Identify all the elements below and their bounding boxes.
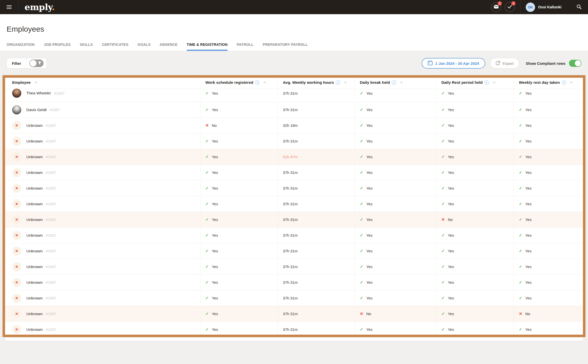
app-logo[interactable]: emply. [25,2,55,12]
value-cell: 32h 18m [278,118,355,133]
value-cell: ✓Yes [436,275,514,290]
value-cell: ✓Yes [436,180,514,196]
toggle-knob [575,60,581,66]
info-icon[interactable]: i [392,80,396,85]
employee-name: Unknown [26,296,43,300]
hamburger-menu-button[interactable] [0,0,18,14]
table-row[interactable]: ✕Unknown#1007✓Yes37h 31m✓Yes✓Yes✓Yes [5,259,583,275]
value-label: Yes [212,233,218,237]
sort-up-icon[interactable] [263,82,266,83]
value-cell: ✓Yes [514,275,583,290]
table-row[interactable]: ✕Unknown#1007✓Yes37h 31m✓Yes✓Yes✓Yes [5,165,583,180]
tab-skills[interactable]: Skills [80,43,93,51]
tab-preparatory-payroll[interactable]: Preparatory Payroll [263,43,308,51]
value-label: Yes [212,108,218,112]
sort-up-icon[interactable] [570,82,573,83]
tasks-button[interactable]: 1 [505,2,515,12]
employee-id: #1007 [46,139,56,143]
table-row[interactable]: Davis Geidt#1007✓Yes37h 31m✓Yes✓Yes✓Yes [5,102,583,118]
date-range-button[interactable]: 1 Jan 2024 - 30 Apr 2024 [422,58,485,69]
date-range-label: 1 Jan 2024 - 30 Apr 2024 [435,61,479,66]
value-label: Yes [212,280,218,285]
x-icon: ✕ [205,123,209,128]
value-label: Yes [366,170,372,175]
sort-up-icon[interactable] [400,82,403,83]
table-row[interactable]: Thea Wheeler#1007✓Yes37h 31m✓Yes✓Yes✓Yes [5,89,583,102]
check-icon: ✓ [519,249,522,253]
x-icon: ✕ [441,217,445,222]
search-button[interactable] [577,4,581,10]
tab-label: Payroll [237,43,254,47]
table-row[interactable]: ✕Unknown#1007✓Yes37h 31m✓Yes✓Yes✓Yes [5,243,583,259]
filter-funnel-icon [38,61,42,66]
messages-button[interactable]: 1 [491,2,501,12]
table-row[interactable]: ✕Unknown#1007✓Yes37h 31m✓Yes✓Yes✓Yes [5,275,583,290]
filter-control[interactable]: Filter [7,58,47,69]
tab-payroll[interactable]: Payroll [237,43,254,51]
table-row[interactable]: ✕Unknown#1007✓Yes37h 31m✓Yes✓Yes✓Yes [5,196,583,212]
value-cell: ✓Yes [514,180,583,196]
check-icon: ✓ [360,327,363,332]
value-label: Yes [366,249,372,253]
tab-organization[interactable]: Organization [7,43,35,51]
check-icon: ✓ [360,249,363,253]
unknown-avatar-x-icon: ✕ [12,278,21,287]
export-button[interactable]: Export [490,58,519,69]
filter-label: Filter [7,61,26,66]
info-icon[interactable]: i [484,80,489,85]
tab-time-registration[interactable]: Time & Registration [187,43,228,51]
show-compliant-rows-toggle[interactable] [569,60,581,67]
employee-cell: ✕Unknown#1007 [5,322,200,337]
value-label: Yes [448,139,454,143]
value-cell: ✓Yes [436,87,514,99]
tab-certificates[interactable]: Certificates [102,43,128,51]
table-row[interactable]: ✕Unknown#1007✓Yes37h 31m✓Yes✓Yes✓Yes [5,133,583,149]
table-row[interactable]: ✕Unknown#1007✓Yes37h 31m✓Yes✓Yes✓Yes [5,322,583,337]
value-cell: ✓Yes [514,212,583,227]
employee-cell: ✕Unknown#1007 [5,212,200,227]
user-name[interactable]: Ossi Kallunki [538,5,561,9]
value-label: Yes [525,296,531,300]
check-icon: ✓ [360,217,363,222]
check-icon: ✓ [205,139,209,144]
check-icon: ✓ [360,170,363,175]
employee-id: #1007 [46,217,56,222]
filter-toggle[interactable] [29,59,44,67]
table-row[interactable]: ✕Unknown#1007✓Yes37h 31m✓Yes✓Yes✓Yes [5,290,583,306]
value-label: 37h 31m [283,91,298,95]
sort-up-icon[interactable] [34,82,37,83]
check-icon: ✓ [205,249,209,253]
column-label: Work schedule registered [205,80,253,85]
tab-label: Time & Registration [187,43,228,47]
tab-goals[interactable]: Goals [138,43,150,51]
tab-job-profiles[interactable]: Job Profiles [44,43,71,51]
user-avatar[interactable]: OK [526,3,535,12]
value-label: Yes [366,233,372,237]
value-cell: ✓Yes [355,259,436,274]
table-row[interactable]: ✕Unknown#1007✓Yes37h 31m✓Yes✕No✓Yes [5,212,583,228]
value-label: Yes [448,233,454,237]
value-label: Yes [525,155,531,159]
table-row[interactable]: ✕Unknown#1007✓Yes37h 31m✕No✓Yes✕No [5,306,583,322]
value-label: Yes [448,123,454,128]
value-cell: ✓Yes [436,322,514,337]
table-row[interactable]: ✕Unknown#1007✓Yes37h 31m✓Yes✓Yes✓Yes [5,180,583,196]
tasks-badge: 1 [511,1,516,6]
tab-absence[interactable]: Absence [160,43,178,51]
table-row[interactable]: ✕Unknown#1007✓Yes37h 31m✓Yes✓Yes✓Yes [5,228,583,243]
value-cell: 37h 31m [278,165,355,180]
show-compliant-rows-label: Show Compliant rows [526,61,565,66]
value-label: 32h 18m [283,123,298,128]
value-cell: 51h 47m [278,149,355,165]
info-icon[interactable]: i [336,80,340,85]
table-row[interactable]: ✕Unknown#1007✕No32h 18m✓Yes✓Yes✓Yes [5,118,583,133]
table-row[interactable]: ✕Unknown#1007✓Yes51h 47m✓Yes✓Yes✓Yes [5,149,583,165]
info-icon[interactable]: i [562,80,566,85]
sort-up-icon[interactable] [344,82,347,83]
value-cell: 37h 31m [278,196,355,212]
value-cell: ✓Yes [200,243,278,259]
sort-up-icon[interactable] [493,82,496,83]
check-icon: ✓ [441,233,445,238]
check-icon: ✓ [519,264,522,269]
info-icon[interactable]: i [255,80,260,85]
